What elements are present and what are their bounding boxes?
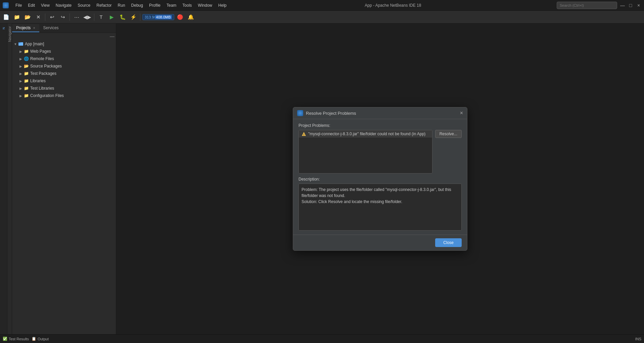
svg-rect-1: [18, 42, 20, 43]
testlibraries-folder-icon: 📁: [24, 86, 29, 91]
close-window-button[interactable]: ×: [636, 3, 641, 8]
memory-indicator[interactable]: 313.9/408.0MB: [142, 14, 174, 20]
new-project-button[interactable]: 📄: [1, 12, 11, 22]
menu-team[interactable]: Team: [164, 2, 179, 9]
toolbar-sep-3: [94, 13, 94, 21]
problem-row[interactable]: ! "mysql-connector-j-8.3.0.jar" file/fol…: [299, 130, 432, 138]
menu-profile[interactable]: Profile: [146, 2, 163, 9]
profile-toolbar-button[interactable]: ⚡: [129, 12, 138, 22]
problems-label: Project Problems:: [298, 123, 462, 128]
configfiles-folder-icon: 📁: [24, 93, 29, 98]
sourcepackages-folder-icon: 📂: [24, 63, 29, 69]
webpages-expand[interactable]: ▶: [19, 49, 23, 53]
status-left: ✅ Test Results 📋 Output: [3, 337, 49, 341]
close-project-button[interactable]: ✕: [34, 12, 43, 22]
test-results-item[interactable]: ✅ Test Results: [3, 337, 29, 341]
run-button[interactable]: ▶: [107, 12, 117, 22]
sourcepackages-expand[interactable]: ▶: [19, 64, 23, 68]
description-area: Problem: The project uses the file/folde…: [298, 184, 462, 231]
root-expand[interactable]: ▼: [13, 42, 17, 46]
webpages-folder-icon: 📁: [24, 49, 29, 54]
gc-button[interactable]: 🔴: [176, 12, 185, 22]
tree-item-webpages[interactable]: ▶ 📁 Web Pages: [12, 48, 116, 55]
testpackages-folder-icon: 📁: [24, 71, 29, 76]
toolbar: 📄 📁 📂 ✕ ↩ ↪ ⋯ ◀▶ T ▶ 🐛 ⚡ 313.9/408.0MB 🔴…: [0, 11, 644, 23]
project-tree: ▼ App [main] ▶ 📁 Web Pages ▶ 🌐 Rem: [12, 40, 116, 334]
navigator-label[interactable]: Navigator: [7, 23, 12, 45]
menu-edit[interactable]: Edit: [25, 2, 38, 9]
toolbar-sep-2: [70, 13, 70, 21]
tree-item-remotefiles[interactable]: ▶ 🌐 Remote Files: [12, 55, 116, 62]
search-input[interactable]: [557, 2, 617, 9]
minimize-button[interactable]: —: [620, 3, 625, 8]
tree-item-testpackages[interactable]: ▶ 📁 Test Packages: [12, 70, 116, 77]
output-label: Output: [38, 337, 49, 341]
testlibraries-expand[interactable]: ▶: [19, 86, 23, 90]
notifications-button[interactable]: 🔔: [186, 12, 196, 22]
root-label: App [main]: [25, 42, 44, 46]
more-button[interactable]: ⋯: [72, 12, 81, 22]
status-ins: INS: [635, 337, 641, 341]
description-label: Description:: [298, 177, 462, 182]
toolbar-sep-4: [140, 13, 140, 21]
menu-run[interactable]: Run: [115, 2, 128, 9]
resolve-button[interactable]: Resolve...: [435, 130, 462, 138]
testpackages-label: Test Packages: [30, 71, 56, 76]
remotefiles-folder-icon: 🌐: [24, 56, 29, 61]
content-area: Resolve Project Problems × Project Probl…: [116, 23, 644, 334]
tab-projects-close[interactable]: ×: [33, 26, 35, 30]
menu-help[interactable]: Help: [216, 2, 229, 9]
maximize-button[interactable]: □: [628, 3, 633, 8]
tree-item-sourcepackages[interactable]: ▶ 📂 Source Packages: [12, 62, 116, 70]
status-bar: ✅ Test Results 📋 Output INS: [0, 334, 644, 343]
undo-button[interactable]: ↩: [47, 12, 57, 22]
tree-item-libraries[interactable]: ▶ 📁 Libraries: [12, 77, 116, 85]
main-area: N Navigator Projects × Services — ▼: [0, 23, 644, 334]
svg-text:!: !: [304, 133, 305, 136]
remotefiles-expand[interactable]: ▶: [19, 57, 23, 61]
title-bar: File Edit View Navigate Source Refactor …: [0, 0, 644, 11]
collapse-button[interactable]: —: [110, 34, 114, 39]
menu-file[interactable]: File: [13, 2, 25, 9]
dialog-header: Resolve Project Problems ×: [293, 107, 467, 119]
menu-window[interactable]: Window: [195, 2, 215, 9]
dialog-footer: Close: [293, 235, 467, 250]
test-results-icon: ✅: [3, 337, 7, 341]
debug-button[interactable]: 🐛: [118, 12, 127, 22]
new-file-button[interactable]: 📁: [12, 12, 21, 22]
menu-bar: File Edit View Navigate Source Refactor …: [13, 2, 229, 9]
close-button[interactable]: Close: [435, 238, 462, 247]
back-forward-button[interactable]: ◀▶: [83, 12, 92, 22]
redo-button[interactable]: ↪: [58, 12, 67, 22]
tree-item-configfiles[interactable]: ▶ 📁 Configuration Files: [12, 92, 116, 99]
menu-tools[interactable]: Tools: [180, 2, 194, 9]
output-item[interactable]: 📋 Output: [32, 337, 49, 341]
test-results-label: Test Results: [9, 337, 29, 341]
testpackages-expand[interactable]: ▶: [19, 71, 23, 76]
libraries-folder-icon: 📁: [24, 78, 29, 84]
panel-header: —: [12, 33, 116, 40]
tree-root[interactable]: ▼ App [main]: [12, 40, 116, 48]
libraries-expand[interactable]: ▶: [19, 79, 23, 83]
modal-overlay: Resolve Project Problems × Project Probl…: [116, 23, 644, 334]
dialog-app-icon: [297, 110, 303, 116]
sidebar-icon-nav[interactable]: N: [0, 25, 7, 32]
menu-refactor[interactable]: Refactor: [94, 2, 114, 9]
problems-area: ! "mysql-connector-j-8.3.0.jar" file/fol…: [298, 130, 432, 174]
tree-item-testlibraries[interactable]: ▶ 📁 Test Libraries: [12, 85, 116, 92]
menu-navigate[interactable]: Navigate: [53, 2, 74, 9]
configfiles-expand[interactable]: ▶: [19, 94, 23, 98]
libraries-label: Libraries: [30, 79, 46, 83]
memory-total: 408.0MB: [155, 15, 172, 19]
dialog-close-button[interactable]: ×: [460, 110, 463, 116]
menu-view[interactable]: View: [38, 2, 52, 9]
format-button[interactable]: T: [96, 12, 106, 22]
webpages-label: Web Pages: [30, 49, 51, 54]
tab-services[interactable]: Services: [39, 24, 63, 32]
menu-debug[interactable]: Debug: [129, 2, 146, 9]
menu-source[interactable]: Source: [75, 2, 93, 9]
sourcepackages-label: Source Packages: [30, 64, 62, 68]
sidebar-icons: N: [0, 23, 7, 334]
open-project-button[interactable]: 📂: [23, 12, 32, 22]
tab-projects[interactable]: Projects ×: [12, 24, 39, 32]
